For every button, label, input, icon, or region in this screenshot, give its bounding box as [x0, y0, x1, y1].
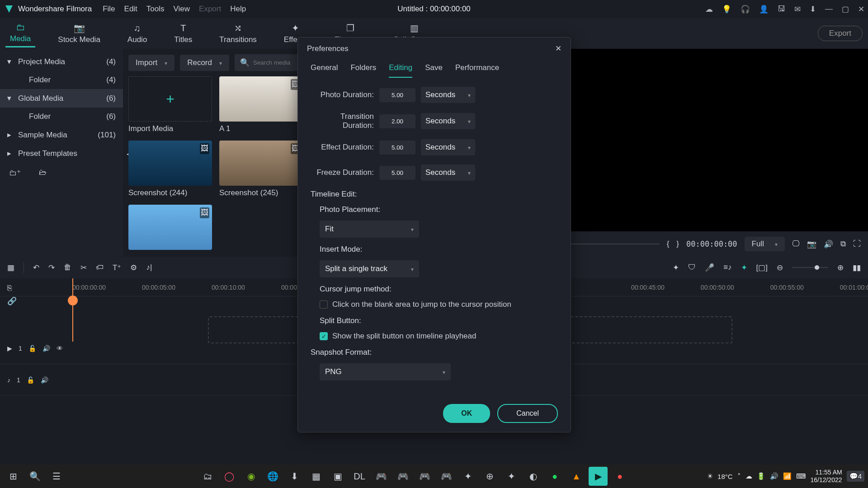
taskbar-vlc-icon[interactable]: ▲ — [567, 467, 586, 486]
tab-save[interactable]: Save — [425, 63, 443, 78]
taskbar-app-icon[interactable]: ▣ — [328, 467, 347, 486]
photo-duration-unit[interactable]: Seconds — [421, 87, 475, 103]
lock-icon[interactable]: 🔓 — [28, 345, 36, 352]
fit-icon[interactable]: [▢] — [756, 263, 768, 272]
fullscreen-icon[interactable]: ⛶ — [853, 239, 861, 249]
tab-performance[interactable]: Performance — [455, 63, 499, 78]
pip-icon[interactable]: ⧉ — [840, 239, 846, 249]
effect-duration-unit[interactable]: Seconds — [421, 139, 475, 155]
freeze-duration-input[interactable] — [379, 166, 415, 180]
adjust-icon[interactable]: ⚙ — [130, 263, 137, 272]
mail-icon[interactable]: ✉ — [794, 5, 801, 14]
media-item[interactable]: 🖼Screenshot (244) — [128, 141, 212, 197]
taskbar-search-icon[interactable]: 🔍 — [25, 467, 44, 486]
taskbar-app-icon[interactable]: ⬇ — [285, 467, 304, 486]
taskbar-filmora-icon[interactable]: ▶ — [589, 467, 608, 486]
notification-center-icon[interactable]: 💬4 — [847, 471, 864, 482]
start-button[interactable]: ⊞ — [4, 467, 23, 486]
tray-volume-icon[interactable]: 🔊 — [770, 472, 778, 480]
tab-folders[interactable]: Folders — [350, 63, 376, 78]
visibility-icon[interactable]: 👁 — [57, 345, 63, 352]
taskbar-app-icon[interactable]: DL — [350, 467, 369, 486]
transition-duration-input[interactable] — [379, 114, 415, 128]
record-dropdown[interactable]: Record — [180, 55, 229, 71]
close-icon[interactable]: ✕ — [858, 5, 864, 14]
save-icon[interactable]: 🖫 — [778, 5, 785, 14]
ok-button[interactable]: OK — [443, 404, 490, 423]
ribbon-media[interactable]: 🗀Media — [5, 19, 35, 47]
taskbar-app-icon[interactable]: 🎮 — [415, 467, 434, 486]
split-button-checkbox[interactable]: ✓ — [320, 332, 328, 340]
timeline-link-icon[interactable]: 🔗 — [7, 296, 17, 306]
ribbon-transitions[interactable]: ⤭Transitions — [215, 20, 261, 47]
transition-duration-unit[interactable]: Seconds — [421, 113, 475, 129]
sidebar-folder-2[interactable]: Folder(6) — [0, 108, 123, 126]
cloud-icon[interactable]: ☁ — [705, 5, 713, 14]
taskbar-app-icon[interactable]: 🎮 — [393, 467, 412, 486]
menu-edit[interactable]: Edit — [124, 5, 137, 14]
quality-dropdown[interactable]: Full — [745, 237, 785, 251]
taskbar-app-icon[interactable]: ▦ — [307, 467, 326, 486]
mute-icon[interactable]: 🔊 — [42, 345, 50, 352]
effect-duration-input[interactable] — [379, 141, 415, 155]
menu-tools[interactable]: Tools — [146, 5, 165, 14]
taskbar-explorer-icon[interactable]: 🗂 — [198, 467, 217, 486]
freeze-duration-unit[interactable]: Seconds — [421, 164, 475, 181]
snapshot-format-select[interactable]: PNG — [320, 363, 451, 380]
folder-open-icon[interactable]: 🗁 — [39, 168, 47, 178]
taskbar-opera-icon[interactable]: ◯ — [220, 467, 239, 486]
photo-placement-select[interactable]: Fit — [320, 221, 419, 238]
mark-in-icon[interactable]: { — [667, 239, 670, 249]
sidebar-preset-templates[interactable]: ▸Preset Templates — [0, 144, 123, 163]
taskbar-app-icon[interactable]: ◐ — [524, 467, 542, 486]
snapshot-icon[interactable]: 📷 — [807, 239, 816, 249]
audio-levels-icon[interactable]: ♪| — [146, 263, 152, 272]
taskbar-app-icon[interactable]: ✦ — [502, 467, 521, 486]
zoom-out-icon[interactable]: ⊖ — [777, 263, 783, 272]
lock-icon[interactable]: 🔓 — [27, 376, 34, 384]
weather-icon[interactable]: ☀ — [707, 472, 713, 480]
taskbar-app-icon[interactable]: 🎮 — [372, 467, 391, 486]
new-folder-icon[interactable]: 🗀⁺ — [9, 168, 21, 178]
media-item[interactable]: 🖼 — [128, 205, 212, 253]
sidebar-sample-media[interactable]: ▸Sample Media(101) — [0, 126, 123, 144]
weather-temp[interactable]: 18°C — [717, 473, 733, 480]
timeline-match-icon[interactable]: ⎘ — [7, 284, 17, 293]
taskbar-nvidia-icon[interactable]: ◉ — [241, 467, 260, 486]
redo-icon[interactable]: ↷ — [48, 263, 55, 272]
ribbon-titles[interactable]: TTitles — [170, 20, 197, 47]
tray-language-icon[interactable]: ⌨ — [796, 472, 806, 480]
playhead[interactable] — [72, 278, 73, 342]
tray-battery-icon[interactable]: 🔋 — [757, 472, 765, 480]
tray-onedrive-icon[interactable]: ☁ — [745, 472, 752, 480]
toggle-tracks-icon[interactable]: ▮▮ — [853, 263, 861, 272]
sidebar-global-media[interactable]: ▾Global Media(6) — [0, 89, 123, 108]
tray-expand-icon[interactable]: ˄ — [737, 472, 741, 480]
zoom-in-icon[interactable]: ⊕ — [837, 263, 844, 272]
mark-out-icon[interactable]: } — [676, 239, 679, 249]
audio-mix-icon[interactable]: ≡♪ — [723, 263, 731, 272]
insert-mode-select[interactable]: Split a single track — [320, 260, 419, 277]
taskbar-app-icon[interactable]: ⊕ — [480, 467, 499, 486]
volume-icon[interactable]: 🔊 — [824, 239, 833, 249]
ribbon-stock-media[interactable]: 📷Stock Media — [53, 20, 105, 47]
menu-view[interactable]: View — [174, 5, 190, 14]
bulb-icon[interactable]: 💡 — [722, 5, 731, 14]
tab-editing[interactable]: Editing — [389, 63, 412, 78]
toolbar-grid-icon[interactable]: ▦ — [7, 263, 14, 272]
tab-general[interactable]: General — [311, 63, 338, 78]
headphones-icon[interactable]: 🎧 — [741, 5, 750, 14]
marker-icon[interactable]: ✦ — [741, 263, 747, 272]
export-button[interactable]: Export — [818, 26, 863, 41]
mute-icon[interactable]: 🔊 — [41, 376, 48, 384]
delete-icon[interactable]: 🗑 — [64, 263, 71, 272]
photo-duration-input[interactable] — [379, 88, 415, 102]
download-icon[interactable]: ⬇ — [810, 5, 816, 14]
menu-file[interactable]: File — [103, 5, 115, 14]
task-view-icon[interactable]: ☰ — [47, 467, 66, 486]
undo-icon[interactable]: ↶ — [33, 263, 39, 272]
taskbar-app-icon[interactable]: ● — [610, 467, 629, 486]
tag-icon[interactable]: 🏷 — [96, 263, 104, 272]
cut-icon[interactable]: ✂ — [80, 263, 87, 272]
taskbar-clock[interactable]: 11:55 AM 16/12/2022 — [811, 469, 842, 484]
